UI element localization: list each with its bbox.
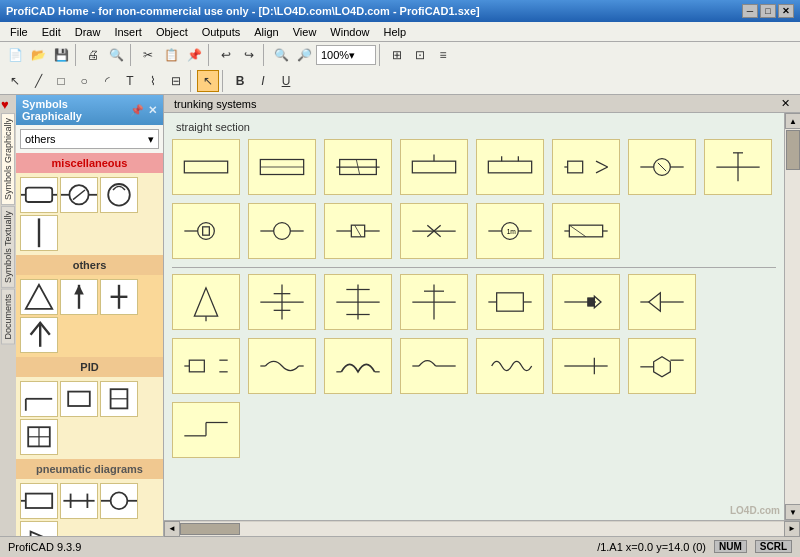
sym-item-pid-1[interactable] — [20, 381, 58, 417]
select-tool[interactable]: ↖ — [4, 70, 26, 92]
sym-straight-3[interactable] — [324, 139, 392, 195]
h-scrollbar[interactable]: ◄ ► — [164, 520, 800, 536]
bus-tool[interactable]: ⊟ — [165, 70, 187, 92]
menu-edit[interactable]: Edit — [36, 24, 67, 40]
grid-button[interactable]: ⊞ — [386, 44, 408, 66]
scroll-thumb[interactable] — [786, 130, 800, 170]
close-button[interactable]: ✕ — [778, 4, 794, 18]
sym-straight-1[interactable] — [172, 139, 240, 195]
zoom-out[interactable]: 🔎 — [293, 44, 315, 66]
circle-tool[interactable]: ○ — [73, 70, 95, 92]
sym-r4-5[interactable] — [476, 338, 544, 394]
menu-file[interactable]: File — [4, 24, 34, 40]
sym-item-pid-3[interactable] — [100, 381, 138, 417]
zoom-level[interactable]: 100%▾ — [316, 45, 376, 65]
layers-button[interactable]: ≡ — [432, 44, 454, 66]
category-dropdown[interactable]: others ▾ — [20, 129, 159, 149]
redo-button[interactable]: ↪ — [238, 44, 260, 66]
menu-object[interactable]: Object — [150, 24, 194, 40]
sym-straight-5[interactable] — [476, 139, 544, 195]
sym-item-others-4[interactable] — [20, 317, 58, 353]
pin-icon[interactable]: 📌 — [130, 104, 144, 117]
sym-item-others-1[interactable] — [20, 279, 58, 315]
favorites-icon[interactable]: ♥ — [1, 97, 15, 112]
menu-help[interactable]: Help — [377, 24, 412, 40]
cursor-active[interactable]: ↖ — [197, 70, 219, 92]
minimize-button[interactable]: ─ — [742, 4, 758, 18]
symbols-textually-tab[interactable]: Symbols Textually — [1, 206, 15, 288]
sym-item-misc-2[interactable] — [60, 177, 98, 213]
arc-tool[interactable]: ◜ — [96, 70, 118, 92]
sym-r3-2[interactable] — [248, 274, 316, 330]
underline-button[interactable]: U — [275, 70, 297, 92]
sym-r4-4[interactable] — [400, 338, 468, 394]
scroll-down-btn[interactable]: ▼ — [785, 504, 800, 520]
sym-r2-2[interactable] — [248, 203, 316, 259]
sym-r3-1[interactable] — [172, 274, 240, 330]
bold-button[interactable]: B — [229, 70, 251, 92]
sym-item-pid-4[interactable] — [20, 419, 58, 455]
sym-item-pneu-1[interactable] — [20, 483, 58, 519]
sym-straight-4[interactable] — [400, 139, 468, 195]
h-scroll-track[interactable] — [180, 522, 784, 536]
h-scroll-left-btn[interactable]: ◄ — [164, 521, 180, 537]
panel-close-icon[interactable]: ✕ — [148, 104, 157, 117]
sym-r2-1[interactable] — [172, 203, 240, 259]
sym-straight-2[interactable] — [248, 139, 316, 195]
sym-item-others-3[interactable] — [100, 279, 138, 315]
sym-r4-7[interactable] — [628, 338, 696, 394]
open-button[interactable]: 📂 — [27, 44, 49, 66]
sym-r3-4[interactable] — [400, 274, 468, 330]
text-tool[interactable]: T — [119, 70, 141, 92]
scroll-up-btn[interactable]: ▲ — [785, 113, 800, 129]
category-pneumatic[interactable]: pneumatic diagrams — [16, 459, 163, 479]
sym-item-others-2[interactable] — [60, 279, 98, 315]
h-scroll-right-btn[interactable]: ► — [784, 521, 800, 537]
sym-r2-3[interactable] — [324, 203, 392, 259]
sym-r3-5[interactable] — [476, 274, 544, 330]
content-tab-close[interactable]: ✕ — [781, 97, 790, 110]
sym-r5-1[interactable] — [172, 402, 240, 458]
scroll-track[interactable] — [785, 129, 800, 504]
italic-button[interactable]: I — [252, 70, 274, 92]
menu-insert[interactable]: Insert — [108, 24, 148, 40]
canvas-area[interactable]: straight section — [164, 113, 784, 520]
zoom-in[interactable]: 🔍 — [270, 44, 292, 66]
sym-r4-3[interactable] — [324, 338, 392, 394]
copy-button[interactable]: 📋 — [160, 44, 182, 66]
sym-item-misc-1[interactable] — [20, 177, 58, 213]
menu-outputs[interactable]: Outputs — [196, 24, 247, 40]
wire-tool[interactable]: ⌇ — [142, 70, 164, 92]
snap-button[interactable]: ⊡ — [409, 44, 431, 66]
undo-button[interactable]: ↩ — [215, 44, 237, 66]
menu-draw[interactable]: Draw — [69, 24, 107, 40]
sym-r3-7[interactable] — [628, 274, 696, 330]
sym-r2-4[interactable] — [400, 203, 468, 259]
sym-r4-2[interactable] — [248, 338, 316, 394]
h-scroll-thumb[interactable] — [180, 523, 240, 535]
sym-r4-6[interactable] — [552, 338, 620, 394]
v-scrollbar[interactable]: ▲ ▼ — [784, 113, 800, 520]
category-miscellaneous[interactable]: miscellaneous — [16, 153, 163, 173]
sym-r2-5[interactable]: 1m — [476, 203, 544, 259]
sym-item-misc-4[interactable] — [20, 215, 58, 251]
rect-tool[interactable]: □ — [50, 70, 72, 92]
sym-item-pneu-2[interactable] — [60, 483, 98, 519]
print-button[interactable]: 🖨 — [82, 44, 104, 66]
paste-button[interactable]: 📌 — [183, 44, 205, 66]
print-preview[interactable]: 🔍 — [105, 44, 127, 66]
menu-window[interactable]: Window — [324, 24, 375, 40]
maximize-button[interactable]: □ — [760, 4, 776, 18]
symbols-graphically-tab[interactable]: Symbols Graphically — [1, 113, 15, 205]
sym-item-pid-2[interactable] — [60, 381, 98, 417]
sym-item-pneu-4[interactable] — [20, 521, 58, 536]
category-others[interactable]: others — [16, 255, 163, 275]
new-button[interactable]: 📄 — [4, 44, 26, 66]
documents-tab[interactable]: Documents — [1, 289, 15, 345]
menu-view[interactable]: View — [287, 24, 323, 40]
menu-align[interactable]: Align — [248, 24, 284, 40]
save-button[interactable]: 💾 — [50, 44, 72, 66]
sym-r2-6[interactable] — [552, 203, 620, 259]
sym-item-misc-3[interactable] — [100, 177, 138, 213]
sym-r4-1[interactable] — [172, 338, 240, 394]
